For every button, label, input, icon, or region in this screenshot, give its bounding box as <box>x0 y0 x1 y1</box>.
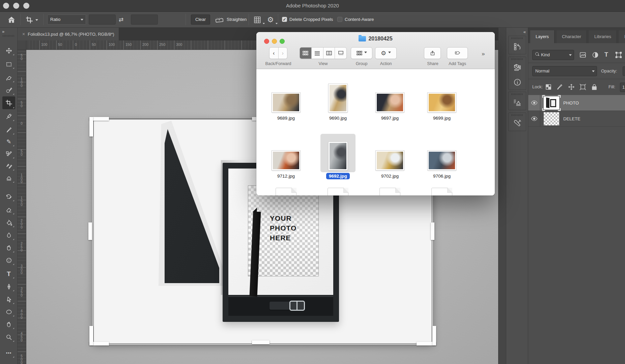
expand-panels-icon[interactable]: « <box>523 29 525 34</box>
delete-cropped-pixels-label[interactable]: Delete Cropped Pixels <box>289 17 333 22</box>
photo-thumbnail[interactable] <box>428 151 456 170</box>
history-panel-icon[interactable] <box>509 39 526 54</box>
file-icon[interactable] <box>379 188 400 195</box>
close-icon[interactable]: × <box>22 31 25 37</box>
styles-panel-icon[interactable] <box>509 60 526 75</box>
file-name[interactable]: 9689.jpg <box>275 115 297 121</box>
file-name[interactable]: 9692.jpg <box>326 173 350 179</box>
blur-tool[interactable] <box>2 230 15 241</box>
file-item[interactable]: 9702.jpg <box>370 136 410 179</box>
swap-dimensions-icon[interactable]: ⇄ <box>119 16 123 23</box>
direct-select-tool[interactable] <box>2 294 15 305</box>
crop-handle-left[interactable] <box>88 222 92 240</box>
shape-ellipse-tool[interactable] <box>2 306 15 317</box>
type-tool[interactable]: T <box>2 268 15 279</box>
file-item[interactable]: 9706.jpg <box>422 136 462 179</box>
lock-transparent-pixels-icon[interactable] <box>545 84 552 90</box>
brush-tool[interactable] <box>2 124 15 135</box>
icon-view-button[interactable] <box>300 48 312 59</box>
tab-character[interactable]: Character <box>557 30 587 43</box>
share-button[interactable] <box>424 47 441 59</box>
photo-thumbnail[interactable] <box>272 93 300 112</box>
photo-thumbnail[interactable] <box>272 151 300 170</box>
file-item[interactable]: 9699.jpg <box>422 79 462 121</box>
ruler-origin-corner[interactable] <box>18 40 26 50</box>
eyedropper-tool[interactable] <box>2 111 15 122</box>
photo-thumbnail[interactable] <box>428 93 456 112</box>
filter-shape-layers-icon[interactable] <box>615 52 622 58</box>
layer-row-delete[interactable]: DELETE <box>528 111 625 127</box>
back-forward-buttons[interactable]: ‹ › <box>269 47 287 59</box>
toolbar-overflow-icon[interactable]: » <box>482 51 484 57</box>
list-view-button[interactable] <box>312 48 323 59</box>
action-button[interactable]: ⚙ <box>375 47 397 59</box>
file-name[interactable]: 9690.jpg <box>326 115 349 121</box>
crop-handle-bottom-left[interactable] <box>89 326 93 345</box>
lock-image-pixels-icon[interactable] <box>557 84 563 90</box>
filter-pixel-layers-icon[interactable] <box>579 52 586 58</box>
more-tools-button[interactable]: ••• <box>2 347 15 359</box>
add-tags-button[interactable] <box>447 47 468 59</box>
crop-options-gear-icon[interactable]: ⚙ <box>267 16 274 24</box>
photo-thumbnail[interactable] <box>376 151 404 170</box>
actions-panel-icon[interactable] <box>509 95 526 110</box>
lock-position-icon[interactable] <box>568 84 575 90</box>
photo-thumbnail[interactable] <box>376 93 404 112</box>
smudge-tool[interactable] <box>2 242 15 253</box>
finder-window[interactable]: 20180425 ‹ › Back/Forward View Group ⚙ <box>256 32 495 195</box>
photo-thumbnail[interactable] <box>329 142 347 170</box>
toolbar-grip[interactable] <box>3 35 15 37</box>
file-item[interactable]: 9697.jpg <box>370 79 410 121</box>
file-icon[interactable] <box>431 188 452 195</box>
forward-button[interactable]: › <box>279 48 287 59</box>
file-icon[interactable] <box>328 188 348 195</box>
color-replace-brush-tool[interactable] <box>2 160 15 172</box>
document-tab[interactable]: ×FolioBox13.psd @ 66,7% (PHOTO, RGB/8*) <box>18 28 119 40</box>
selection-brush-tool[interactable] <box>2 84 15 96</box>
content-aware-label[interactable]: Content-Aware <box>345 17 374 22</box>
blend-mode-select[interactable]: Normal <box>532 66 597 76</box>
delete-cropped-pixels-checkbox[interactable]: ✓ <box>282 17 287 22</box>
layer-row-photo[interactable]: PHOTO <box>528 95 625 111</box>
layer-visibility-toggle[interactable] <box>528 95 540 111</box>
fill-value[interactable]: 1 <box>620 83 625 92</box>
crop-tool-preset-icon[interactable] <box>26 16 33 24</box>
history-brush-tool[interactable] <box>2 191 15 202</box>
back-button[interactable]: ‹ <box>269 48 279 59</box>
filter-type-layers-icon[interactable]: T <box>604 51 608 58</box>
photo-thumbnail[interactable] <box>329 84 347 112</box>
finder-content[interactable]: 9689.jpg 9690.jpg 9697.jpg 9699.jpg 9712… <box>256 69 495 195</box>
home-icon[interactable] <box>7 16 16 24</box>
crop-height-input[interactable] <box>131 14 158 25</box>
move-tool[interactable] <box>2 45 15 56</box>
paint-bucket-tool[interactable] <box>2 217 15 228</box>
file-name[interactable]: 9712.jpg <box>275 173 297 179</box>
layer-name[interactable]: DELETE <box>563 116 580 121</box>
info-panel-icon[interactable] <box>509 75 526 90</box>
group-button[interactable] <box>351 47 372 59</box>
file-name[interactable]: 9706.jpg <box>430 173 453 179</box>
tab-clipped[interactable]: P <box>619 30 625 43</box>
file-item[interactable]: 9689.jpg <box>266 79 306 121</box>
marquee-tool[interactable] <box>2 58 15 70</box>
layer-thumbnail[interactable] <box>544 112 559 125</box>
straighten-icon[interactable] <box>215 17 224 23</box>
crop-handle-bottom[interactable] <box>252 340 269 344</box>
crop-handle-bottom-right[interactable] <box>432 326 436 345</box>
lasso-tool[interactable] <box>2 72 15 83</box>
crop-overlay-grid-icon[interactable] <box>253 16 262 24</box>
eraser-tool[interactable] <box>2 204 15 215</box>
zoom-tool[interactable] <box>2 331 15 343</box>
column-view-button[interactable] <box>323 48 335 59</box>
file-item[interactable]: 9690.jpg <box>318 79 358 121</box>
finder-titlebar[interactable]: 20180425 ‹ › Back/Forward View Group ⚙ <box>256 32 495 69</box>
layer-thumbnail[interactable] <box>544 96 559 110</box>
pen-tool[interactable] <box>2 281 15 292</box>
layer-name[interactable]: PHOTO <box>563 100 579 105</box>
sponge-tool[interactable] <box>2 254 15 266</box>
view-switcher[interactable] <box>300 47 347 59</box>
file-name[interactable]: 9697.jpg <box>378 115 401 121</box>
file-name[interactable]: 9702.jpg <box>378 173 401 179</box>
lock-artboard-icon[interactable] <box>579 84 586 90</box>
crop-width-input[interactable] <box>89 14 116 25</box>
